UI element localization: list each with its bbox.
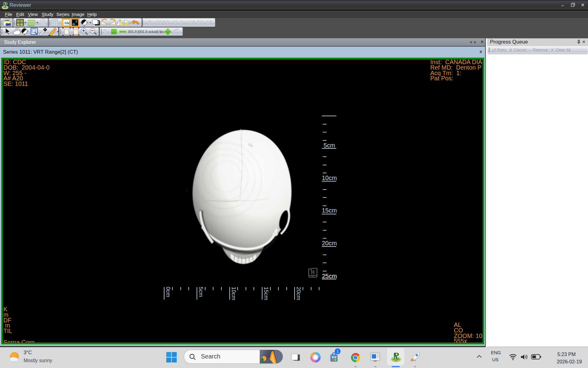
svg-text:001.9 [001.9 actual] fps: 001.9 [001.9 actual] fps — [128, 30, 164, 33]
svg-text:Abc: Abc — [63, 21, 70, 25]
